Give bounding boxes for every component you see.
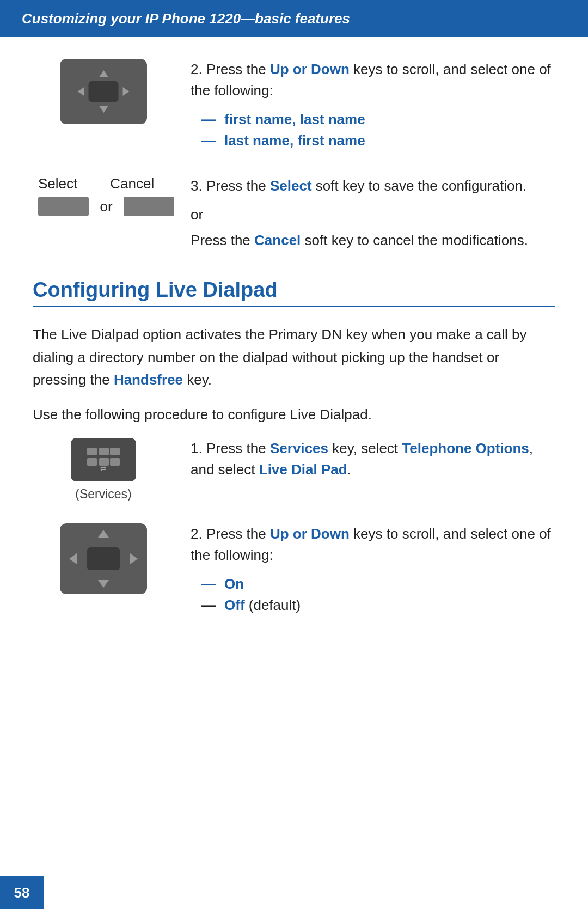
- softkeys-col: Select Cancel or: [33, 175, 174, 216]
- right-arrow-icon: [123, 87, 130, 96]
- left-arrow-icon: [78, 87, 84, 96]
- services-key-icon: ⇄: [84, 445, 122, 475]
- nav-widget-2: [60, 523, 147, 594]
- services-key-col: ⇄ (Services): [33, 438, 174, 502]
- step2b-text: 2. Press the Up or Down keys to scroll, …: [191, 523, 555, 566]
- select-softkey-img: [38, 197, 89, 216]
- svg-text:⇄: ⇄: [100, 464, 107, 473]
- cancel-softkey-img: [124, 197, 174, 216]
- cancel-label: Cancel: [110, 175, 154, 192]
- svg-rect-2: [110, 448, 120, 455]
- svg-rect-3: [87, 458, 97, 466]
- services-step-row: ⇄ (Services) 1. Press the Services key, …: [33, 438, 555, 502]
- svg-rect-5: [110, 458, 120, 466]
- page-number: 58: [14, 884, 30, 901]
- softkey-labels: Select Cancel: [33, 175, 174, 192]
- nav-image-col: [33, 59, 174, 135]
- header-title: Customizing your IP Phone 1220—basic fea…: [22, 10, 350, 27]
- or-line: or: [191, 206, 555, 223]
- up-arrow-icon: [99, 70, 108, 77]
- svg-rect-0: [87, 448, 97, 455]
- step3-text-col: 3. Press the Select soft key to save the…: [174, 175, 555, 251]
- select-label: Select: [38, 175, 77, 192]
- option-on: — On: [201, 576, 555, 593]
- softkey-row: or: [33, 197, 174, 216]
- nav-arrows: [76, 68, 132, 115]
- nav-wheel-col: [33, 523, 174, 600]
- description-2: Use the following procedure to configure…: [33, 404, 555, 426]
- cancel-instruction: Press the Cancel soft key to cancel the …: [191, 230, 555, 251]
- description-1: The Live Dialpad option activates the Pr…: [33, 324, 555, 392]
- page-content: 2. Press the Up or Down keys to scroll, …: [0, 59, 588, 673]
- page-number-box: 58: [0, 876, 44, 909]
- center-btn: [89, 81, 119, 102]
- dialpad-step2-row: 2. Press the Up or Down keys to scroll, …: [33, 523, 555, 618]
- step3-text: 3. Press the Select soft key to save the…: [191, 175, 555, 197]
- step2-text-col: 2. Press the Up or Down keys to scroll, …: [174, 59, 555, 154]
- down-arrow-icon: [99, 106, 108, 113]
- services-caption: (Services): [75, 487, 132, 502]
- header-bar: Customizing your IP Phone 1220—basic fea…: [0, 0, 588, 37]
- or-text: or: [100, 198, 112, 215]
- footer: 58: [0, 876, 588, 909]
- section-heading: Configuring Live Dialpad: [33, 278, 555, 307]
- nav-widget: [60, 59, 147, 124]
- nav2-up-arrow: [98, 530, 109, 538]
- step2-text: 2. Press the Up or Down keys to scroll, …: [191, 59, 555, 101]
- nav2-right-arrow: [130, 553, 138, 564]
- nav-inner-2: [68, 529, 139, 589]
- step2-section: 2. Press the Up or Down keys to scroll, …: [33, 59, 555, 154]
- nav2-down-arrow: [98, 580, 109, 588]
- option-off: — Off (default): [201, 597, 555, 614]
- step1-text: 1. Press the Services key, select Teleph…: [191, 438, 555, 480]
- services-key-img: ⇄: [71, 438, 136, 481]
- svg-rect-1: [99, 448, 109, 455]
- step2b-text-col: 2. Press the Up or Down keys to scroll, …: [174, 523, 555, 618]
- option-last-name: — last name, first name: [201, 132, 555, 149]
- option-first-name: — first name, last name: [201, 111, 555, 128]
- step1-text-col: 1. Press the Services key, select Teleph…: [174, 438, 555, 490]
- nav2-center-btn: [87, 547, 120, 570]
- step3-section: Select Cancel or 3. Press the Select sof…: [33, 175, 555, 251]
- nav2-left-arrow: [69, 553, 77, 564]
